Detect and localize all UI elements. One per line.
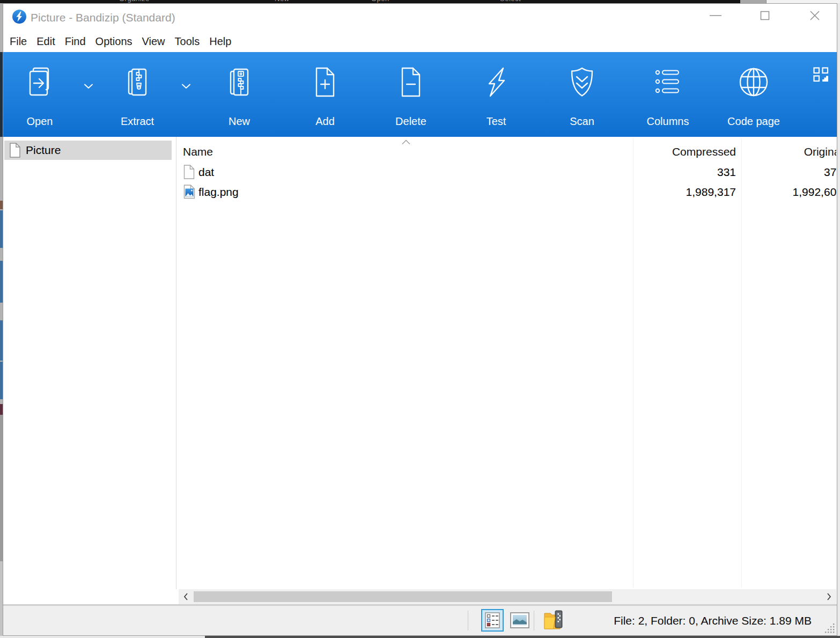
menu-options[interactable]: Options	[91, 32, 137, 52]
horizontal-scrollbar[interactable]	[179, 589, 836, 604]
scroll-left-button[interactable]	[179, 589, 193, 604]
scroll-right-button[interactable]	[822, 589, 836, 604]
columns-button[interactable]: Columns	[633, 52, 703, 137]
scan-malware-button[interactable]: Scan	[547, 52, 617, 137]
file-original-size: 374	[743, 162, 836, 182]
background-text-fragment: Organize	[119, 0, 150, 3]
file-original-size: 1,992,604	[743, 182, 836, 202]
document-icon	[9, 143, 21, 158]
chevron-left-icon	[183, 592, 188, 601]
delete-file-icon	[394, 65, 428, 99]
sidebar-item-label: Picture	[26, 141, 61, 160]
sidebar-item-picture[interactable]: Picture	[4, 141, 172, 160]
shield-scan-icon	[565, 65, 599, 99]
menu-help[interactable]: Help	[204, 32, 236, 52]
add-file-icon	[308, 65, 342, 99]
panel-splitter[interactable]	[176, 137, 176, 589]
menu-edit[interactable]: Edit	[32, 32, 60, 52]
background-bottom-strip	[0, 636, 840, 638]
resize-grip-icon	[824, 623, 835, 634]
toolbar-customize-button[interactable]	[813, 67, 829, 82]
column-header-compressed[interactable]: Compressed	[634, 143, 736, 160]
menu-bar: File Edit Find Options View Tools Help	[3, 32, 837, 52]
image-file-icon	[183, 185, 195, 199]
status-divider	[534, 611, 534, 630]
close-button[interactable]	[802, 4, 827, 27]
file-name: flag.png	[198, 182, 239, 202]
delete-files-button[interactable]: Delete	[376, 52, 446, 137]
column-header-original[interactable]: Original	[743, 143, 836, 160]
column-header-name[interactable]: Name	[183, 143, 397, 160]
open-archive-icon	[23, 65, 57, 99]
background-text-fragment: Select	[500, 0, 521, 3]
sort-ascending-icon	[401, 140, 411, 145]
chevron-down-icon	[83, 83, 94, 90]
folder-zip-icon	[543, 609, 564, 632]
open-dropdown-button[interactable]	[83, 82, 94, 91]
extract-archive-icon	[120, 65, 154, 99]
globe-icon	[736, 65, 771, 99]
add-files-button[interactable]: Add	[290, 52, 360, 137]
close-icon	[810, 11, 819, 20]
lightning-bolt-icon	[479, 65, 513, 99]
menu-view[interactable]: View	[137, 32, 170, 52]
menu-tools[interactable]: Tools	[170, 32, 205, 52]
background-text-fragment: Open	[371, 0, 389, 3]
chevron-down-icon	[181, 83, 191, 90]
status-divider	[468, 611, 468, 630]
grid-squares-icon	[813, 67, 829, 82]
details-view-button[interactable]	[481, 609, 504, 632]
bandizip-logo-icon	[12, 10, 26, 24]
scrollbar-thumb[interactable]	[194, 591, 612, 602]
title-bar: Picture - Bandizip (Standard)	[3, 4, 837, 32]
details-view-icon	[481, 609, 504, 632]
file-name: dat	[198, 162, 214, 182]
chevron-right-icon	[827, 592, 832, 601]
column-divider[interactable]	[741, 139, 742, 588]
menu-find[interactable]: Find	[60, 32, 91, 52]
extract-dropdown-button[interactable]	[180, 82, 192, 91]
test-archive-button[interactable]: Test	[461, 52, 531, 137]
minimize-button[interactable]	[703, 4, 728, 27]
status-bar: File: 2, Folder: 0, Archive Size: 1.89 M…	[3, 606, 837, 635]
file-icon	[183, 165, 195, 179]
file-list: Name Compressed Original dat 331 374	[179, 137, 836, 589]
folder-tree-panel: Picture	[3, 137, 176, 589]
file-row-flag-png[interactable]: flag.png 1,989,317 1,992,604	[179, 182, 836, 202]
new-archive-icon	[222, 65, 256, 99]
bandizip-window: Picture - Bandizip (Standard) File Edit …	[3, 3, 837, 636]
columns-list-icon	[651, 65, 685, 99]
new-archive-button[interactable]: New	[204, 52, 274, 137]
file-compressed-size: 1,989,317	[634, 182, 736, 202]
file-row-dat[interactable]: dat 331 374	[179, 162, 836, 182]
window-title: Picture - Bandizip (Standard)	[31, 4, 175, 32]
thumbnail-view-icon	[510, 612, 529, 628]
open-button[interactable]: Open	[5, 52, 75, 137]
maximize-icon	[761, 12, 769, 20]
code-page-button[interactable]: Code page	[719, 52, 789, 137]
extract-button[interactable]: Extract	[102, 52, 172, 137]
status-summary: File: 2, Folder: 0, Archive Size: 1.89 M…	[614, 606, 812, 635]
background-text-fragment: New	[275, 0, 290, 3]
archive-folder-icon	[543, 609, 564, 632]
column-divider[interactable]	[633, 139, 633, 588]
menu-file[interactable]: File	[5, 32, 32, 52]
maximize-button[interactable]	[753, 4, 777, 27]
thumbnail-view-button[interactable]	[510, 612, 529, 628]
resize-grip[interactable]	[824, 623, 835, 634]
file-compressed-size: 331	[634, 162, 736, 182]
toolbar: Open Extract	[3, 52, 837, 137]
